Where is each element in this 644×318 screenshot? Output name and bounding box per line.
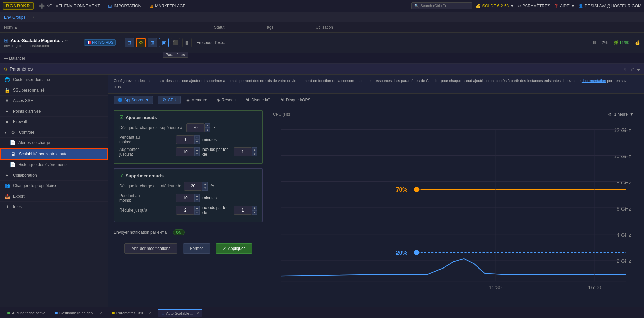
add-duration-input[interactable] — [176, 135, 194, 144]
env-more-btn[interactable]: 🗑 — [182, 38, 192, 47]
status-params-utili[interactable]: Paramètres Utili... ✕ — [109, 310, 155, 316]
nav-marketplace[interactable]: ⊞ MARKETPLACE — [147, 2, 188, 10]
status-gestionnaire[interactable]: Gestionnaire de dépl... ✕ — [51, 310, 106, 316]
remove-lot-up[interactable]: ▲ — [252, 206, 257, 210]
env-settings-btn[interactable]: ⚙ — [136, 38, 146, 47]
remove-lot-input[interactable] — [234, 206, 252, 215]
remove-threshold-up[interactable]: ▲ — [202, 182, 208, 186]
remove-amount-input[interactable] — [176, 206, 194, 215]
add-lot-spinner[interactable]: ▲ ▼ — [252, 147, 257, 156]
remove-duration-down[interactable]: ▼ — [194, 198, 200, 202]
remove-amount-spinner[interactable]: ▲ ▼ — [194, 206, 200, 215]
add-nodes-checkbox[interactable]: ☑ — [119, 115, 124, 120]
remove-amount-input-group[interactable]: ▲ ▼ — [176, 206, 200, 215]
tab-cpu[interactable]: ⚙ CPU — [158, 96, 181, 104]
remove-duration-input-group[interactable]: ▲ ▼ — [176, 194, 200, 202]
add-duration-spinner[interactable]: ▲ ▼ — [194, 135, 200, 144]
add-threshold-down[interactable]: ▼ — [205, 128, 210, 132]
sidebar-item-controle[interactable]: ▼ ⚙ Contrôle — [0, 127, 108, 138]
remove-lot-spinner[interactable]: ▲ ▼ — [252, 206, 257, 215]
add-lot-input-group[interactable]: ▲ ▼ — [234, 147, 257, 156]
sidebar-item-changer-proprio[interactable]: 👥 Changer de propriétaire — [0, 181, 108, 191]
sidebar-item-customiser-domaine[interactable]: 🌐 Customiser domaine — [0, 75, 108, 85]
sidebar-item-firewall[interactable]: ● Firewall — [0, 117, 108, 127]
add-amount-down[interactable]: ▼ — [194, 152, 200, 156]
tab-memoire[interactable]: ◈ Mémoire — [182, 96, 211, 104]
params-panel-close-btn[interactable]: × — [623, 66, 626, 72]
balance-display[interactable]: 💰 SOLDE €-2.58 ▼ — [476, 4, 514, 8]
remove-duration-input[interactable] — [176, 194, 194, 202]
remove-threshold-input[interactable] — [184, 182, 202, 191]
close-btn[interactable]: Fermer — [183, 243, 210, 254]
add-lot-down[interactable]: ▼ — [252, 152, 257, 156]
remove-threshold-down[interactable]: ▼ — [202, 186, 208, 191]
add-threshold-up[interactable]: ▲ — [205, 123, 210, 128]
remove-lot-input-group[interactable]: ▲ ▼ — [234, 206, 257, 215]
remove-lot-down[interactable]: ▼ — [252, 210, 257, 215]
env-nodes-btn[interactable]: ⊞ — [148, 38, 157, 47]
panel-expand-btn[interactable]: ⤢ — [631, 67, 634, 72]
params-utili-label: Paramètres Utili... — [116, 311, 146, 315]
add-threshold-input-group[interactable]: ▲ ▼ — [186, 123, 210, 132]
node-selector[interactable]: 🔵 AppServer ▼ — [114, 96, 153, 104]
env-open-btn[interactable]: ⊟ — [125, 38, 134, 47]
apply-btn[interactable]: ✓ Appliquer — [216, 243, 252, 254]
env-groups-link[interactable]: Env Groups — [4, 15, 25, 20]
env-delete-btn[interactable]: ⬛ — [171, 38, 180, 47]
notification-toggle[interactable]: ON — [173, 229, 185, 235]
add-duration-input-group[interactable]: ▲ ▼ — [176, 135, 200, 144]
search-input[interactable]: 🔍 Search (Ctrl+F) — [411, 2, 472, 9]
remove-amount-up[interactable]: ▲ — [194, 206, 200, 210]
env-stop-btn[interactable]: ▣ — [159, 38, 169, 47]
panel-minimize-btn[interactable]: ⬙ — [637, 67, 640, 72]
add-threshold-input[interactable] — [186, 123, 205, 132]
aide-btn[interactable]: ❓ AIDE ▼ — [554, 4, 575, 8]
add-duration-up[interactable]: ▲ — [194, 135, 200, 140]
add-amount-input-group[interactable]: ▲ ▼ — [176, 147, 200, 156]
cancel-btn[interactable]: Annuler modifications — [124, 243, 177, 254]
sidebar-item-ssl[interactable]: 🔒 SSL personnalisé — [0, 85, 108, 96]
params-nav-btn[interactable]: ⚙ PARAMÈTRES — [517, 4, 550, 8]
add-lot-up[interactable]: ▲ — [252, 147, 257, 152]
remove-amount-down[interactable]: ▼ — [194, 210, 200, 215]
sidebar-item-ssh[interactable]: 🖥 Accès SSH — [0, 96, 108, 106]
sidebar-item-infos[interactable]: ℹ Infos — [0, 202, 108, 212]
status-no-task[interactable]: Aucune tâche active — [4, 310, 49, 316]
sidebar-item-export[interactable]: 📤 Export — [0, 191, 108, 202]
remove-duration-up[interactable]: ▲ — [194, 194, 200, 198]
sidebar-item-endpoints[interactable]: ✦ Points d'arrivée — [0, 106, 108, 117]
logo[interactable]: RGNR0KR — [3, 2, 34, 10]
sidebar-item-collaboration[interactable]: ✦ Collaboration — [0, 170, 108, 181]
remove-threshold-spinner[interactable]: ▲ ▼ — [202, 182, 208, 191]
col-nom[interactable]: Nom ▲ — [4, 25, 112, 30]
user-btn[interactable]: 👤 DESISLAVA@HOSTEUR.COM — [578, 4, 641, 8]
sidebar-item-historique[interactable]: 📄 Historique des événements — [0, 160, 108, 170]
status-auto-scalable[interactable]: ⊞ Auto-Scalable ... ✕ — [158, 309, 202, 317]
remove-duration-spinner[interactable]: ▲ ▼ — [194, 194, 200, 202]
chart-time-selector[interactable]: ⚙ 1 heure ▼ — [608, 112, 634, 117]
env-edit-icon[interactable]: ✏ — [65, 38, 68, 43]
tab-disque-iops[interactable]: 🖫 Disque I/OPS — [276, 96, 315, 104]
add-duration-down[interactable]: ▼ — [194, 140, 200, 144]
add-amount-input[interactable] — [176, 147, 194, 156]
tab-disque-io[interactable]: 🖫 Disque I/O — [241, 96, 275, 104]
params-utili-close-btn[interactable]: ✕ — [149, 311, 152, 315]
sidebar-item-scalabilite[interactable]: 🖥 Scalabilité horizontale auto — [0, 148, 108, 160]
add-lot-input[interactable] — [234, 147, 252, 156]
add-amount-spinner[interactable]: ▲ ▼ — [194, 147, 200, 156]
remove-nodes-checkbox[interactable]: ☑ — [119, 173, 124, 178]
tab-reseau[interactable]: ◈ Réseau — [213, 96, 240, 104]
add-amount-up[interactable]: ▲ — [194, 147, 200, 152]
gestionnaire-close-btn[interactable]: ✕ — [100, 311, 103, 315]
memoire-tab-icon: ◈ — [186, 97, 190, 102]
sidebar-item-alertes[interactable]: 📄 Alertes de charge — [0, 138, 108, 148]
svg-text:16:00: 16:00 — [588, 284, 601, 290]
info-link[interactable]: documentation — [582, 79, 606, 83]
auto-scalable-close-btn[interactable]: ✕ — [196, 311, 199, 315]
nav-import[interactable]: ⊞ IMPORTATION — [105, 2, 144, 10]
env-row: ⊞ Auto-Scalable Magento... ✏ env .rag-cl… — [0, 33, 644, 53]
nav-new-env[interactable]: ➕ NOUVEL ENVIRONNEMENT — [36, 2, 103, 10]
env-table-header: Nom ▲ Statut Tags Utilisation — [0, 22, 644, 33]
add-threshold-spinner[interactable]: ▲ ▼ — [205, 123, 210, 132]
remove-threshold-input-group[interactable]: ▲ ▼ — [184, 182, 208, 191]
